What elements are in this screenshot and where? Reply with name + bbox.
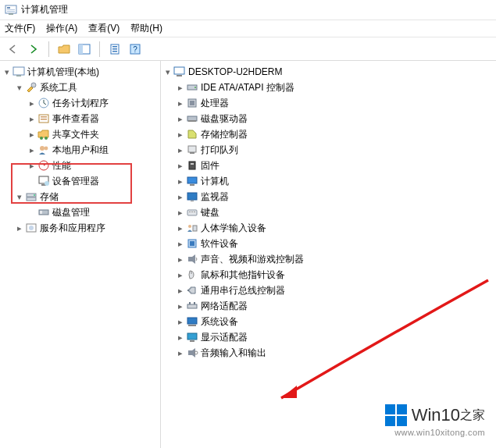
device-category[interactable]: ▸网络适配器 [175, 298, 494, 314]
device-category-icon [186, 300, 198, 312]
device-category[interactable]: ▸IDE ATA/ATAPI 控制器 [175, 80, 494, 95]
chevron-right-icon[interactable]: ▸ [175, 286, 186, 296]
svg-rect-13 [13, 67, 24, 75]
chevron-down-icon[interactable]: ▾ [162, 67, 173, 77]
device-manager-icon [37, 175, 50, 187]
app-icon [5, 4, 17, 16]
chevron-right-icon[interactable]: ▸ [175, 348, 186, 358]
device-category-label: 存储控制器 [201, 128, 248, 141]
chevron-right-icon[interactable]: ▸ [27, 130, 37, 140]
chevron-right-icon[interactable]: ▸ [27, 161, 37, 171]
chevron-right-icon[interactable]: ▸ [175, 332, 186, 343]
device-category[interactable]: ▸存储控制器 [175, 126, 494, 142]
tree-disk-management[interactable]: 磁盘管理 [27, 204, 159, 220]
svg-rect-35 [174, 67, 184, 74]
device-category[interactable]: ▸监视器 [175, 189, 494, 204]
show-hide-tree-button[interactable] [76, 41, 93, 58]
properties-button[interactable] [106, 41, 123, 58]
console-tree[interactable]: ▾ 计算机管理(本地) ▾ 系统工具 ▸ 任务计划程序 ▸ [2, 64, 159, 236]
device-category[interactable]: ▸打印队列 [175, 142, 494, 158]
chevron-right-icon[interactable]: ▸ [175, 114, 186, 124]
menu-help[interactable]: 帮助(H) [130, 22, 162, 35]
chevron-right-icon[interactable]: ▸ [175, 98, 186, 108]
chevron-down-icon[interactable]: ▾ [2, 67, 12, 77]
device-tree[interactable]: ▾ DESKTOP-U2HDERM ▸IDE ATA/ATAPI 控制器▸处理器… [162, 64, 494, 361]
tree-root-computer-management[interactable]: ▾ 计算机管理(本地) [2, 64, 159, 80]
chevron-right-icon[interactable]: ▸ [27, 114, 37, 124]
chevron-right-icon[interactable]: ▸ [27, 145, 37, 155]
device-category[interactable]: ▸处理器 [175, 95, 494, 111]
chevron-right-icon[interactable]: ▸ [175, 317, 186, 327]
device-category-icon [186, 206, 198, 219]
disk-icon [37, 206, 50, 219]
tree-label: 性能 [52, 159, 71, 172]
svg-rect-66 [187, 333, 197, 340]
svg-point-23 [45, 147, 48, 151]
device-root[interactable]: ▾ DESKTOP-U2HDERM [162, 64, 494, 80]
device-category[interactable]: ▸软件设备 [175, 236, 494, 251]
storage-icon [25, 190, 37, 203]
device-category[interactable]: ▸人体学输入设备 [175, 220, 494, 236]
chevron-down-icon[interactable]: ▾ [14, 83, 25, 93]
tree-label: 服务和应用程序 [40, 222, 105, 235]
toolbar-separator [48, 41, 49, 57]
menu-action[interactable]: 操作(A) [46, 22, 77, 35]
tree-shared-folders[interactable]: ▸ 共享文件夹 [27, 126, 159, 142]
svg-point-34 [29, 226, 34, 230]
computer-icon [173, 66, 186, 78]
device-category[interactable]: ▸计算机 [175, 173, 494, 189]
help-button[interactable]: ? [127, 41, 144, 58]
chevron-right-icon[interactable]: ▸ [175, 161, 186, 171]
chevron-right-icon[interactable]: ▸ [175, 301, 186, 311]
chevron-right-icon[interactable]: ▸ [14, 223, 25, 233]
device-category[interactable]: ▸键盘 [175, 204, 494, 220]
chevron-right-icon[interactable]: ▸ [175, 83, 186, 93]
tree-local-users[interactable]: ▸ 本地用户和组 [27, 142, 159, 158]
chevron-right-icon[interactable]: ▸ [175, 223, 186, 233]
menu-file[interactable]: 文件(F) [5, 22, 35, 35]
chevron-down-icon[interactable]: ▾ [14, 192, 25, 202]
svg-rect-58 [190, 241, 194, 246]
tree-system-tools[interactable]: ▾ 系统工具 [14, 80, 159, 95]
chevron-right-icon[interactable]: ▸ [175, 176, 186, 187]
chevron-right-icon[interactable]: ▸ [175, 145, 186, 155]
chevron-right-icon[interactable]: ▸ [175, 208, 186, 218]
device-category-label: 鼠标和其他指针设备 [201, 268, 285, 282]
svg-rect-2 [7, 9, 15, 10]
tree-storage[interactable]: ▾ 存储 [14, 189, 159, 204]
device-category[interactable]: ▸磁盘驱动器 [175, 111, 494, 126]
device-category[interactable]: ▸通用串行总线控制器 [175, 283, 494, 298]
tree-task-scheduler[interactable]: ▸ 任务计划程序 [27, 95, 159, 111]
forward-button[interactable] [25, 41, 42, 58]
chevron-right-icon[interactable]: ▸ [27, 98, 37, 108]
svg-rect-32 [40, 211, 42, 214]
tree-event-viewer[interactable]: ▸ 事件查看器 [27, 111, 159, 126]
tree-performance[interactable]: ▸ 性能 [27, 158, 159, 173]
device-category[interactable]: ▸音频输入和输出 [175, 345, 494, 361]
tree-label: 设备管理器 [52, 175, 99, 188]
device-category[interactable]: ▸显示适配器 [175, 329, 494, 345]
device-category-icon [186, 347, 198, 359]
svg-point-27 [45, 181, 49, 186]
tree-services-apps[interactable]: ▸ 服务和应用程序 [14, 220, 159, 236]
back-button[interactable] [5, 41, 22, 58]
svg-rect-9 [112, 48, 117, 50]
chevron-right-icon[interactable]: ▸ [175, 130, 186, 140]
device-category[interactable]: ▸鼠标和其他指针设备 [175, 267, 494, 283]
chevron-right-icon[interactable]: ▸ [175, 270, 186, 280]
up-button[interactable] [55, 41, 73, 58]
chevron-right-icon[interactable]: ▸ [175, 254, 186, 265]
tree-device-manager[interactable]: 设备管理器 [27, 173, 159, 189]
chevron-right-icon[interactable]: ▸ [175, 192, 186, 202]
windows-logo-icon [385, 404, 407, 426]
device-category[interactable]: ▸声音、视频和游戏控制器 [175, 251, 494, 267]
chevron-right-icon[interactable]: ▸ [175, 239, 186, 249]
tree-label: 计算机管理(本地) [27, 66, 99, 79]
device-category-icon [186, 315, 198, 328]
device-category[interactable]: ▸固件 [175, 158, 494, 173]
device-category-label: 通用串行总线控制器 [201, 284, 285, 297]
tree-label: 任务计划程序 [52, 97, 109, 110]
device-category[interactable]: ▸系统设备 [175, 314, 494, 329]
tree-label: 事件查看器 [52, 112, 99, 126]
menu-view[interactable]: 查看(V) [88, 22, 120, 35]
